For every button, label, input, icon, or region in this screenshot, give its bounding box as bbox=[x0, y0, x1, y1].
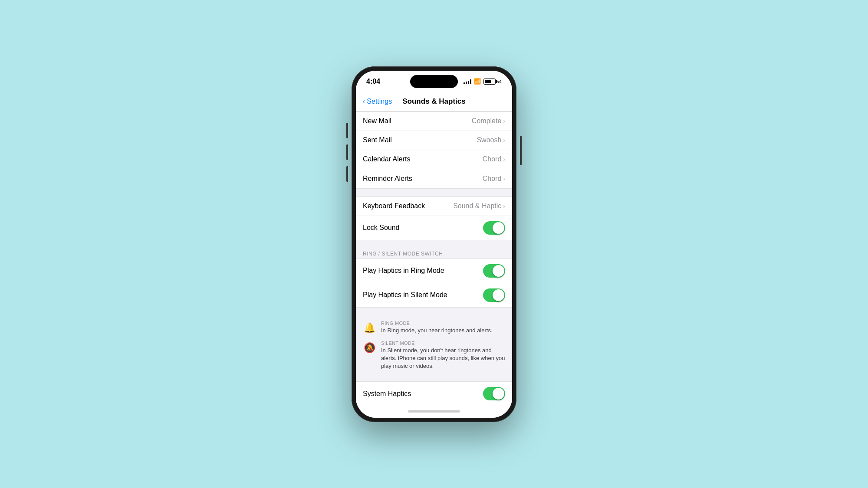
navigation-bar: ‹ Settings Sounds & Haptics bbox=[356, 92, 512, 111]
home-bar bbox=[408, 410, 460, 413]
dynamic-island bbox=[410, 75, 458, 88]
lock-sound-row: Lock Sound bbox=[356, 216, 512, 240]
back-button[interactable]: ‹ Settings bbox=[363, 98, 392, 105]
calendar-alerts-right: Chord › bbox=[483, 155, 505, 163]
chevron-right-icon: › bbox=[503, 156, 505, 163]
home-indicator bbox=[356, 406, 512, 418]
haptics-ring-row: Play Haptics in Ring Mode bbox=[356, 259, 512, 283]
haptics-silent-label: Play Haptics in Silent Mode bbox=[363, 291, 447, 299]
phone-frame: 4:04 📶 54 bbox=[352, 66, 516, 422]
silent-mode-text: SILENT MODE In Silent mode, you don't he… bbox=[381, 341, 505, 370]
ring-mode-text: RING MODE In Ring mode, you hear rington… bbox=[381, 321, 505, 334]
ring-silent-section: RING / SILENT MODE SWITCH Play Haptics i… bbox=[356, 248, 512, 308]
battery-fill bbox=[485, 80, 491, 83]
new-mail-value: Complete bbox=[472, 117, 501, 125]
silent-mode-title: SILENT MODE bbox=[381, 341, 505, 346]
chevron-right-icon: › bbox=[503, 137, 505, 144]
status-right-icons: 📶 54 bbox=[464, 78, 502, 85]
phone-screen: 4:04 📶 54 bbox=[356, 71, 512, 418]
ring-mode-desc: In Ring mode, you hear ringtones and ale… bbox=[381, 327, 505, 334]
calendar-alerts-row[interactable]: Calendar Alerts Chord › bbox=[356, 150, 512, 169]
ring-mode-title: RING MODE bbox=[381, 321, 505, 326]
scrollable-area: New Mail Complete › Sent Mail Swoosh › bbox=[356, 111, 512, 406]
haptics-ring-toggle[interactable] bbox=[483, 264, 505, 278]
system-haptics-section: System Haptics bbox=[356, 381, 512, 405]
calendar-alerts-label: Calendar Alerts bbox=[363, 155, 410, 163]
lock-sound-label: Lock Sound bbox=[363, 224, 400, 232]
screen-content: ‹ Settings Sounds & Haptics New Mail Com… bbox=[356, 92, 512, 418]
new-mail-label: New Mail bbox=[363, 117, 391, 125]
bell-slash-icon: 🔕 bbox=[363, 341, 376, 354]
keyboard-feedback-label: Keyboard Feedback bbox=[363, 202, 425, 210]
chevron-left-icon: ‹ bbox=[363, 98, 365, 105]
feedback-section: Keyboard Feedback Sound & Haptic › Lock … bbox=[356, 197, 512, 240]
chevron-right-icon: › bbox=[503, 118, 505, 124]
keyboard-feedback-right: Sound & Haptic › bbox=[453, 202, 505, 210]
system-haptics-row: System Haptics bbox=[356, 382, 512, 405]
ring-mode-info: 🔔 RING MODE In Ring mode, you hear ringt… bbox=[363, 321, 505, 334]
page-title: Sounds & Haptics bbox=[402, 97, 465, 106]
calendar-alerts-value: Chord bbox=[483, 155, 502, 163]
back-label: Settings bbox=[367, 98, 392, 105]
haptics-silent-row: Play Haptics in Silent Mode bbox=[356, 283, 512, 307]
signal-icon bbox=[464, 79, 471, 84]
status-time: 4:04 bbox=[366, 78, 380, 85]
new-mail-row[interactable]: New Mail Complete › bbox=[356, 112, 512, 131]
reminder-alerts-row[interactable]: Reminder Alerts Chord › bbox=[356, 169, 512, 188]
system-haptics-label: System Haptics bbox=[363, 390, 411, 398]
sent-mail-value: Swoosh bbox=[477, 136, 501, 144]
haptics-ring-label: Play Haptics in Ring Mode bbox=[363, 267, 444, 275]
sent-mail-label: Sent Mail bbox=[363, 136, 392, 144]
sent-mail-row[interactable]: Sent Mail Swoosh › bbox=[356, 131, 512, 150]
chevron-right-icon: › bbox=[503, 175, 505, 182]
keyboard-feedback-row[interactable]: Keyboard Feedback Sound & Haptic › bbox=[356, 197, 512, 216]
reminder-alerts-value: Chord bbox=[483, 175, 502, 183]
status-bar: 4:04 📶 54 bbox=[356, 71, 512, 92]
bell-icon: 🔔 bbox=[363, 321, 376, 334]
lock-sound-toggle[interactable] bbox=[483, 221, 505, 235]
reminder-alerts-right: Chord › bbox=[483, 175, 505, 183]
silent-mode-info: 🔕 SILENT MODE In Silent mode, you don't … bbox=[363, 341, 505, 370]
keyboard-feedback-value: Sound & Haptic bbox=[453, 202, 501, 210]
system-haptics-toggle[interactable] bbox=[483, 387, 505, 400]
reminder-alerts-label: Reminder Alerts bbox=[363, 175, 412, 183]
sent-mail-right: Swoosh › bbox=[477, 136, 505, 144]
haptics-silent-toggle[interactable] bbox=[483, 288, 505, 302]
sounds-section: New Mail Complete › Sent Mail Swoosh › bbox=[356, 111, 512, 189]
new-mail-right: Complete › bbox=[472, 117, 505, 125]
battery-icon bbox=[483, 79, 496, 85]
battery-indicator: 54 bbox=[483, 79, 502, 85]
haptics-section: Play Haptics in Ring Mode Play Haptics i… bbox=[356, 259, 512, 308]
silent-mode-desc: In Silent mode, you don't hear ringtones… bbox=[381, 347, 505, 370]
mode-info-section: 🔔 RING MODE In Ring mode, you hear ringt… bbox=[356, 315, 512, 382]
chevron-right-icon: › bbox=[503, 203, 505, 210]
ring-silent-label: RING / SILENT MODE SWITCH bbox=[356, 248, 512, 259]
wifi-icon: 📶 bbox=[474, 78, 481, 85]
